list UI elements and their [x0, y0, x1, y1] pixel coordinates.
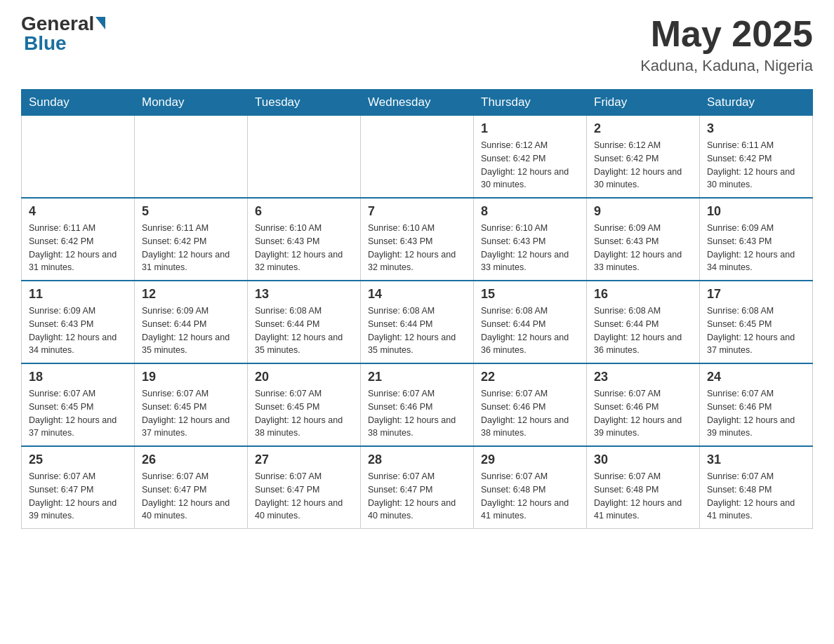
day-info: Sunrise: 6:09 AMSunset: 6:43 PMDaylight:… [707, 222, 805, 274]
calendar-day-cell: 6Sunrise: 6:10 AMSunset: 6:43 PMDaylight… [248, 198, 361, 281]
day-info: Sunrise: 6:10 AMSunset: 6:43 PMDaylight:… [255, 222, 353, 274]
calendar-day-cell [135, 116, 248, 199]
location-text: Kaduna, Kaduna, Nigeria [640, 57, 813, 75]
calendar-day-cell: 21Sunrise: 6:07 AMSunset: 6:46 PMDayligh… [361, 363, 474, 446]
calendar-day-cell: 24Sunrise: 6:07 AMSunset: 6:46 PMDayligh… [700, 363, 813, 446]
day-number: 9 [594, 204, 692, 219]
day-number: 4 [29, 204, 127, 219]
day-info: Sunrise: 6:09 AMSunset: 6:44 PMDaylight:… [142, 304, 240, 357]
calendar-day-cell: 17Sunrise: 6:08 AMSunset: 6:45 PMDayligh… [700, 281, 813, 363]
day-info: Sunrise: 6:08 AMSunset: 6:45 PMDaylight:… [707, 304, 805, 357]
day-info: Sunrise: 6:11 AMSunset: 6:42 PMDaylight:… [142, 222, 240, 274]
calendar-day-cell: 11Sunrise: 6:09 AMSunset: 6:43 PMDayligh… [22, 281, 135, 363]
day-number: 13 [255, 287, 353, 302]
calendar-day-cell: 5Sunrise: 6:11 AMSunset: 6:42 PMDaylight… [135, 198, 248, 281]
day-number: 31 [707, 452, 805, 467]
day-info: Sunrise: 6:11 AMSunset: 6:42 PMDaylight:… [29, 222, 127, 274]
calendar-day-cell: 23Sunrise: 6:07 AMSunset: 6:46 PMDayligh… [587, 363, 700, 446]
calendar-day-cell: 9Sunrise: 6:09 AMSunset: 6:43 PMDaylight… [587, 198, 700, 281]
calendar-day-header: Thursday [474, 90, 587, 116]
logo-general-text: General [21, 14, 94, 34]
day-info: Sunrise: 6:12 AMSunset: 6:42 PMDaylight:… [481, 139, 579, 192]
day-info: Sunrise: 6:08 AMSunset: 6:44 PMDaylight:… [368, 304, 466, 357]
day-number: 28 [368, 452, 466, 467]
calendar-day-cell: 7Sunrise: 6:10 AMSunset: 6:43 PMDaylight… [361, 198, 474, 281]
day-info: Sunrise: 6:10 AMSunset: 6:43 PMDaylight:… [368, 222, 466, 274]
day-info: Sunrise: 6:09 AMSunset: 6:43 PMDaylight:… [29, 304, 127, 357]
day-info: Sunrise: 6:08 AMSunset: 6:44 PMDaylight:… [255, 304, 353, 357]
calendar-day-cell: 27Sunrise: 6:07 AMSunset: 6:47 PMDayligh… [248, 446, 361, 529]
day-number: 24 [707, 370, 805, 384]
calendar-day-cell: 1Sunrise: 6:12 AMSunset: 6:42 PMDaylight… [474, 116, 587, 199]
logo-blue-text: Blue [24, 34, 105, 53]
calendar-day-header: Monday [135, 90, 248, 116]
month-year-title: May 2025 [640, 14, 813, 54]
calendar-week-row: 1Sunrise: 6:12 AMSunset: 6:42 PMDaylight… [22, 116, 813, 199]
calendar-day-cell [361, 116, 474, 199]
day-info: Sunrise: 6:07 AMSunset: 6:46 PMDaylight:… [481, 387, 579, 440]
logo: General Blue [21, 14, 105, 53]
day-info: Sunrise: 6:08 AMSunset: 6:44 PMDaylight:… [594, 304, 692, 357]
day-info: Sunrise: 6:10 AMSunset: 6:43 PMDaylight:… [481, 222, 579, 274]
day-info: Sunrise: 6:07 AMSunset: 6:48 PMDaylight:… [481, 470, 579, 523]
calendar-day-cell: 25Sunrise: 6:07 AMSunset: 6:47 PMDayligh… [22, 446, 135, 529]
calendar-day-cell: 22Sunrise: 6:07 AMSunset: 6:46 PMDayligh… [474, 363, 587, 446]
day-info: Sunrise: 6:12 AMSunset: 6:42 PMDaylight:… [594, 139, 692, 192]
calendar-day-header: Friday [587, 90, 700, 116]
calendar-day-cell [248, 116, 361, 199]
calendar-day-header: Wednesday [361, 90, 474, 116]
logo-triangle-icon [95, 17, 105, 29]
calendar-day-cell: 18Sunrise: 6:07 AMSunset: 6:45 PMDayligh… [22, 363, 135, 446]
calendar-day-cell: 3Sunrise: 6:11 AMSunset: 6:42 PMDaylight… [700, 116, 813, 199]
day-info: Sunrise: 6:07 AMSunset: 6:46 PMDaylight:… [368, 387, 466, 440]
day-info: Sunrise: 6:07 AMSunset: 6:46 PMDaylight:… [594, 387, 692, 440]
day-info: Sunrise: 6:07 AMSunset: 6:45 PMDaylight:… [255, 387, 353, 440]
day-number: 14 [368, 287, 466, 302]
day-info: Sunrise: 6:07 AMSunset: 6:47 PMDaylight:… [142, 470, 240, 523]
calendar-day-cell: 8Sunrise: 6:10 AMSunset: 6:43 PMDaylight… [474, 198, 587, 281]
day-number: 7 [368, 204, 466, 219]
calendar-day-cell: 29Sunrise: 6:07 AMSunset: 6:48 PMDayligh… [474, 446, 587, 529]
calendar-day-cell: 16Sunrise: 6:08 AMSunset: 6:44 PMDayligh… [587, 281, 700, 363]
page-header: General Blue May 2025 Kaduna, Kaduna, Ni… [21, 14, 813, 75]
day-number: 16 [594, 287, 692, 302]
calendar-day-header: Sunday [22, 90, 135, 116]
calendar-day-cell: 30Sunrise: 6:07 AMSunset: 6:48 PMDayligh… [587, 446, 700, 529]
calendar-week-row: 4Sunrise: 6:11 AMSunset: 6:42 PMDaylight… [22, 198, 813, 281]
day-number: 30 [594, 452, 692, 467]
calendar-day-cell: 14Sunrise: 6:08 AMSunset: 6:44 PMDayligh… [361, 281, 474, 363]
calendar-day-header: Tuesday [248, 90, 361, 116]
day-number: 8 [481, 204, 579, 219]
day-number: 10 [707, 204, 805, 219]
day-number: 18 [29, 370, 127, 384]
day-number: 26 [142, 452, 240, 467]
day-info: Sunrise: 6:07 AMSunset: 6:46 PMDaylight:… [707, 387, 805, 440]
day-number: 29 [481, 452, 579, 467]
day-number: 12 [142, 287, 240, 302]
calendar-week-row: 25Sunrise: 6:07 AMSunset: 6:47 PMDayligh… [22, 446, 813, 529]
day-number: 17 [707, 287, 805, 302]
title-block: May 2025 Kaduna, Kaduna, Nigeria [640, 14, 813, 75]
calendar-week-row: 11Sunrise: 6:09 AMSunset: 6:43 PMDayligh… [22, 281, 813, 363]
day-number: 11 [29, 287, 127, 302]
calendar-day-cell: 26Sunrise: 6:07 AMSunset: 6:47 PMDayligh… [135, 446, 248, 529]
calendar-table: SundayMondayTuesdayWednesdayThursdayFrid… [21, 89, 813, 529]
day-number: 2 [594, 121, 692, 136]
day-info: Sunrise: 6:07 AMSunset: 6:48 PMDaylight:… [707, 470, 805, 523]
day-number: 21 [368, 370, 466, 384]
day-number: 6 [255, 204, 353, 219]
day-info: Sunrise: 6:07 AMSunset: 6:47 PMDaylight:… [255, 470, 353, 523]
calendar-day-cell: 12Sunrise: 6:09 AMSunset: 6:44 PMDayligh… [135, 281, 248, 363]
day-info: Sunrise: 6:07 AMSunset: 6:48 PMDaylight:… [594, 470, 692, 523]
day-number: 19 [142, 370, 240, 384]
calendar-day-cell: 19Sunrise: 6:07 AMSunset: 6:45 PMDayligh… [135, 363, 248, 446]
calendar-day-cell: 20Sunrise: 6:07 AMSunset: 6:45 PMDayligh… [248, 363, 361, 446]
calendar-day-cell: 13Sunrise: 6:08 AMSunset: 6:44 PMDayligh… [248, 281, 361, 363]
day-number: 1 [481, 121, 579, 136]
day-number: 5 [142, 204, 240, 219]
calendar-day-cell: 28Sunrise: 6:07 AMSunset: 6:47 PMDayligh… [361, 446, 474, 529]
calendar-day-cell [22, 116, 135, 199]
day-info: Sunrise: 6:07 AMSunset: 6:47 PMDaylight:… [368, 470, 466, 523]
day-info: Sunrise: 6:09 AMSunset: 6:43 PMDaylight:… [594, 222, 692, 274]
day-number: 27 [255, 452, 353, 467]
